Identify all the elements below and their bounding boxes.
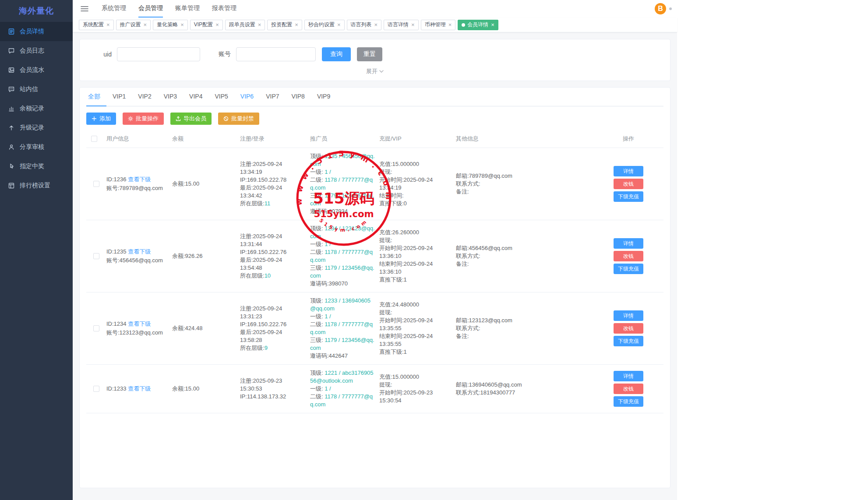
vip-tab-vip4[interactable]: VIP4 — [183, 88, 208, 106]
avatar[interactable] — [669, 7, 672, 10]
tag-follower-settings[interactable]: 跟单员设置× — [225, 20, 265, 30]
topnav-member-management[interactable]: 会员管理 — [138, 0, 163, 18]
tag-currency-management[interactable]: 币种管理× — [421, 20, 456, 30]
balance-record-icon — [8, 105, 15, 112]
query-button[interactable]: 查询 — [322, 47, 351, 61]
vip-tab-vip7[interactable]: VIP7 — [260, 88, 285, 106]
tag-system-config[interactable]: 系统配置× — [79, 20, 114, 30]
vip-tab-vip6[interactable]: VIP6 — [234, 88, 260, 106]
view-subordinates-link[interactable]: 查看下级 — [128, 176, 151, 183]
sidebar-item-label: 余额记录 — [20, 105, 44, 113]
topnav-report-management[interactable]: 报表管理 — [212, 0, 236, 18]
edit-money-button[interactable]: 改钱 — [614, 384, 643, 394]
expand-toggle[interactable]: 展开 — [366, 67, 384, 75]
view-subordinates-link[interactable]: 查看下级 — [128, 320, 151, 327]
vip-tab-vip1[interactable]: VIP1 — [106, 88, 132, 106]
column-header: 其他信息 — [456, 130, 598, 148]
recharge-vip-cell: 充值:15.000000 提现: 开始时间:2025-09-23 15:30:5… — [379, 369, 456, 409]
sidebar-item-member-log[interactable]: 会员日志 — [0, 41, 73, 60]
expand-row: 展开 — [86, 67, 663, 75]
row-checkbox[interactable] — [93, 253, 99, 259]
vip-tab-vip9[interactable]: VIP9 — [311, 88, 336, 106]
close-icon[interactable]: × — [374, 22, 378, 28]
row-checkbox[interactable] — [93, 181, 99, 187]
sidebar-item-balance-record[interactable]: 余额记录 — [0, 99, 73, 118]
sidebar-item-site-message[interactable]: 站内信 — [0, 80, 73, 99]
layer-line: 所在层级:9 — [240, 344, 306, 352]
tag-language-list[interactable]: 语言列表× — [347, 20, 382, 30]
tag-member-detail[interactable]: 会员详情× — [458, 20, 498, 30]
detail-button[interactable]: 详情 — [614, 371, 643, 381]
add-button[interactable]: 添加 — [86, 113, 116, 125]
promoter-link[interactable]: 1 / — [325, 313, 331, 320]
view-subordinates-link[interactable]: 查看下级 — [128, 248, 151, 255]
register-login-cell: 注册:2025-09-24 13:34:19 IP:169.150.222.78… — [240, 156, 310, 212]
close-icon[interactable]: × — [337, 22, 341, 28]
subordinate-recharge-button[interactable]: 下级充值 — [614, 396, 643, 407]
close-icon[interactable]: × — [411, 22, 415, 28]
edit-money-button[interactable]: 改钱 — [614, 323, 643, 334]
tag-quant-strategy[interactable]: 量化策略× — [153, 20, 188, 30]
bitcoin-icon[interactable]: B — [655, 3, 666, 14]
promoter-link[interactable]: 1 / — [325, 241, 331, 247]
close-icon[interactable]: × — [106, 22, 110, 28]
sidebar-item-ranking-settings[interactable]: 排行榜设置 — [0, 176, 73, 195]
close-icon[interactable]: × — [144, 22, 147, 28]
row-checkbox[interactable] — [93, 325, 99, 331]
select-all-checkbox[interactable] — [91, 136, 97, 142]
topnav-billing-management[interactable]: 账单管理 — [175, 0, 200, 18]
tag-vip-config[interactable]: VIP配置× — [190, 20, 223, 30]
actions-cell: 详情 改钱 下级充值 — [598, 162, 663, 206]
sidebar-item-share-audit[interactable]: 分享审核 — [0, 137, 73, 157]
close-icon[interactable]: × — [180, 22, 184, 28]
export-members-button[interactable]: 导出会员 — [170, 113, 212, 125]
subordinate-recharge-button[interactable]: 下级充值 — [614, 264, 643, 274]
subordinate-recharge-button[interactable]: 下级充值 — [614, 336, 643, 346]
other-info-cell: 邮箱:136940605@qq.com 联系方式:18194300777 — [456, 377, 598, 401]
promoter-link[interactable]: 1 / — [325, 385, 331, 392]
sidebar-item-label: 会员流水 — [20, 66, 44, 74]
edit-money-button[interactable]: 改钱 — [614, 179, 643, 189]
vip-tab-all[interactable]: 全部 — [86, 88, 106, 106]
detail-button[interactable]: 详情 — [614, 310, 643, 321]
layer-link[interactable]: 11 — [265, 200, 271, 207]
sidebar-item-member-flow[interactable]: 会员流水 — [0, 60, 73, 80]
hamburger-icon[interactable] — [81, 6, 88, 12]
tag-seconds-contract-settings[interactable]: 秒合约设置× — [304, 20, 345, 30]
vip-tab-vip8[interactable]: VIP8 — [286, 88, 311, 106]
account-input[interactable] — [236, 47, 316, 61]
vip-tab-vip5[interactable]: VIP5 — [208, 88, 234, 106]
promoter-link[interactable]: 1 / — [325, 169, 331, 175]
close-icon[interactable]: × — [215, 22, 219, 28]
layer-link[interactable]: 9 — [265, 345, 268, 351]
sidebar-item-lucky-draw[interactable]: 指定中奖 — [0, 157, 73, 176]
reset-button[interactable]: 重置 — [357, 47, 382, 61]
actions-cell: 详情 改钱 下级充值 — [598, 306, 663, 351]
close-icon[interactable]: × — [491, 22, 494, 28]
chevron-down-icon — [379, 70, 384, 73]
tag-investment-config[interactable]: 投资配置× — [267, 20, 302, 30]
row-checkbox[interactable] — [93, 386, 99, 392]
close-icon[interactable]: × — [295, 22, 298, 28]
vip-tab-vip3[interactable]: VIP3 — [158, 88, 183, 106]
subordinate-recharge-button[interactable]: 下级充值 — [614, 191, 643, 202]
layer-link[interactable]: 10 — [265, 272, 271, 279]
edit-money-button[interactable]: 改钱 — [614, 251, 643, 261]
tag-promotion-settings[interactable]: 推广设置× — [116, 20, 151, 30]
close-icon[interactable]: × — [448, 22, 452, 28]
sidebar-item-member-detail[interactable]: 会员详情 — [0, 22, 73, 41]
table-row: ID:1233 查看下级 余额:15.00 注册:2025-09-23 15:3… — [86, 365, 663, 413]
table-header: 用户信息 余额 注册/登录 推广员 充提/VIP 其他信息 操作 — [86, 130, 663, 148]
close-icon[interactable]: × — [258, 22, 261, 28]
uid-input[interactable] — [117, 47, 200, 61]
tag-language-detail[interactable]: 语言详情× — [384, 20, 419, 30]
topnav-system-management[interactable]: 系统管理 — [102, 0, 126, 18]
table-row: ID:1234 查看下级 账号:123123@qq.com 余额:424.48 … — [86, 292, 663, 365]
view-subordinates-link[interactable]: 查看下级 — [128, 385, 151, 392]
batch-operation-button[interactable]: 批量操作 — [123, 113, 164, 125]
detail-button[interactable]: 详情 — [614, 238, 643, 249]
vip-tab-vip2[interactable]: VIP2 — [132, 88, 157, 106]
batch-ban-button[interactable]: 批量封禁 — [218, 113, 259, 125]
detail-button[interactable]: 详情 — [614, 166, 643, 176]
sidebar-item-upgrade-record[interactable]: 升级记录 — [0, 118, 73, 137]
